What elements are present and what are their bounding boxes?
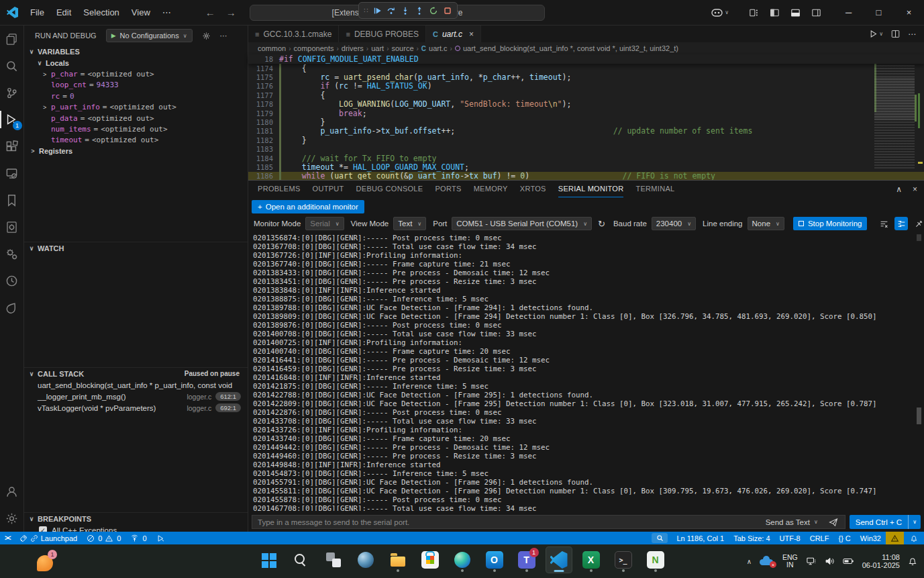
line-number[interactable]: 1178 — [248, 100, 279, 108]
panel-maximize-icon[interactable]: ∧ — [896, 185, 902, 194]
run-or-debug-icon[interactable]: ∨ — [869, 30, 883, 38]
breadcrumb-file[interactable]: uart.c — [429, 44, 448, 52]
line-number[interactable]: 1179 — [248, 109, 279, 117]
taskbar-app[interactable] — [384, 546, 411, 573]
breadcrumb-item[interactable]: drivers — [342, 44, 364, 52]
continue-icon[interactable] — [371, 5, 383, 17]
stop-icon[interactable] — [442, 5, 454, 17]
stack-frame-row[interactable]: __logger_print_mb_msg() logger.c 612:1 — [24, 391, 248, 402]
remote-indicator[interactable]: >< — [0, 532, 15, 544]
split-editor-icon[interactable] — [891, 30, 900, 38]
code-line[interactable]: 1174 { — [248, 64, 924, 73]
line-ending-select[interactable]: None∨ — [748, 217, 784, 230]
chevron-down-icon[interactable]: ∨ — [908, 515, 921, 529]
taskbar-app[interactable] — [449, 546, 476, 573]
menu-item[interactable]: View — [125, 5, 156, 20]
launch-config-dropdown[interactable]: ▶ No Configurations ∨ — [106, 29, 193, 42]
view-mode-select[interactable]: Text∨ — [393, 217, 426, 230]
taskbar-app[interactable]: O — [481, 546, 508, 573]
monitor-mode-select[interactable]: Serial∨ — [305, 217, 344, 230]
editor-tab[interactable]: ≡ DEBUG PROBES — [339, 26, 425, 42]
menu-item[interactable]: File — [24, 5, 50, 20]
line-number[interactable]: 1182 — [248, 136, 279, 144]
code-line[interactable]: 1179 break; — [248, 109, 924, 117]
statusbar-search-icon[interactable] — [652, 533, 668, 543]
breadcrumb-symbol[interactable]: uart_send_blocking(st_uart_info *, const… — [463, 44, 678, 52]
editor-more-icon[interactable]: ⋯ — [908, 30, 916, 39]
settings-gear-icon[interactable] — [0, 505, 24, 532]
line-number[interactable]: 1176 — [248, 82, 279, 90]
problems-item[interactable]: 0 0 — [82, 532, 125, 544]
step-out-icon[interactable] — [413, 5, 425, 17]
network-icon[interactable] — [806, 557, 817, 566]
code-area[interactable]: 1174 { 1175 rc = uart_psend_char(p_uart_… — [248, 64, 924, 180]
send-ctrl-c-button[interactable]: Send Ctrl + C ∨ — [850, 515, 921, 529]
extension-warning-icon[interactable] — [886, 532, 904, 544]
port-select[interactable]: COM51 - USB Serial Port (COM51)∨ — [452, 217, 592, 230]
serial-monitor-output[interactable]: 0201356874:[0][DBG][GENR]:----- Post pro… — [253, 234, 913, 511]
taskbar-app[interactable] — [288, 546, 315, 573]
breakpoint-row[interactable]: ✓ All C++ Exceptions — [24, 524, 248, 532]
line-number[interactable]: 1180 — [248, 118, 279, 126]
indent-setting[interactable]: Tab Size: 4 — [729, 534, 774, 542]
refresh-ports-icon[interactable]: ↻ — [597, 219, 607, 229]
variable-row[interactable]: >p_uart_info=<optimized out> — [24, 102, 248, 113]
breadcrumb-item[interactable]: uart — [371, 44, 384, 52]
stop-monitoring-button[interactable]: Stop Monitoring — [793, 217, 868, 230]
drag-grip-icon[interactable]: ∷ — [362, 7, 369, 14]
account-icon[interactable] — [0, 478, 24, 505]
cursor-position[interactable]: Ln 1186, Col 1 — [672, 534, 729, 542]
build-tools-icon[interactable] — [0, 240, 24, 267]
menu-item[interactable]: Selection — [77, 5, 125, 20]
menu-item[interactable]: Edit — [50, 5, 77, 20]
variable-row[interactable]: p_data=<optimized out> — [24, 113, 248, 124]
panel-tab[interactable]: PORTS — [435, 181, 461, 197]
code-line[interactable]: 1181 p_uart_info->tx_buf.offset++; // up… — [248, 127, 924, 136]
stack-frame-row[interactable]: vTaskLogger(void * pvParameters) logger.… — [24, 402, 248, 414]
send-message-icon[interactable] — [823, 518, 843, 526]
variable-row[interactable]: >p_char=<optimized out> — [24, 68, 248, 79]
registers-group[interactable]: > Registers — [24, 146, 248, 156]
editor-tab[interactable]: ≡ GCC.10.3.1.cmake — [248, 26, 339, 42]
menu-item[interactable]: ⋯ — [156, 5, 177, 20]
taskbar-app[interactable] — [256, 546, 283, 573]
device-config-icon[interactable] — [0, 213, 24, 240]
code-line[interactable]: 1183 — [248, 145, 924, 154]
breadcrumb-item[interactable]: common — [258, 44, 286, 52]
search-icon[interactable] — [0, 52, 24, 79]
notification-bell-icon[interactable] — [908, 557, 917, 566]
baud-rate-select[interactable]: 230400∨ — [652, 217, 696, 230]
close-button[interactable]: × — [894, 0, 924, 26]
source-control-icon[interactable] — [0, 79, 24, 106]
extensions-icon[interactable] — [0, 133, 24, 160]
onedrive-icon[interactable]: × — [760, 556, 774, 567]
restart-icon[interactable] — [427, 5, 440, 17]
breadcrumb-item[interactable]: source — [391, 44, 413, 52]
remote-explorer-icon[interactable] — [0, 160, 24, 187]
taskbar-app[interactable] — [417, 546, 444, 573]
line-number[interactable]: 1183 — [248, 145, 279, 153]
open-additional-monitor-button[interactable]: + Open an additional monitor — [252, 200, 364, 213]
copilot-menu[interactable]: ∨ — [703, 8, 737, 17]
debug-session-icon[interactable] — [152, 532, 170, 544]
taskbar-app[interactable] — [546, 546, 572, 573]
step-over-icon[interactable] — [385, 5, 397, 17]
notifications-bell-icon[interactable] — [904, 534, 924, 542]
panel-tab[interactable]: TERMINAL — [635, 181, 674, 197]
toggle-sidebar-icon[interactable] — [770, 8, 780, 17]
line-number[interactable]: 1184 — [248, 154, 279, 162]
autoscroll-toggle-icon[interactable] — [894, 217, 908, 230]
editor-tab[interactable]: C uart.c × — [426, 26, 481, 42]
sticky-scroll-line[interactable]: 18 #if CONFIG_MODULE_UART_ENABLED — [248, 54, 924, 64]
line-number[interactable]: 1185 — [248, 163, 279, 171]
locals-group[interactable]: ∨ Locals — [24, 58, 248, 68]
run-and-debug-icon[interactable]: 1 — [0, 106, 24, 133]
code-line[interactable]: 1176 if (rc != HAL_STATUS_OK) — [248, 82, 924, 91]
line-number[interactable]: 1174 — [248, 64, 279, 73]
taskbar-clock[interactable]: 11:08 06-01-2025 — [862, 553, 900, 569]
panel-tab[interactable]: OUTPUT — [313, 181, 344, 197]
code-line[interactable]: 1185 timeout *= HAL_LOOP_GUARD_MAX_COUNT… — [248, 162, 924, 171]
code-line[interactable]: 1180 } — [248, 117, 924, 126]
overview-ruler[interactable] — [918, 54, 923, 177]
ports-item[interactable]: 0 — [125, 532, 151, 544]
